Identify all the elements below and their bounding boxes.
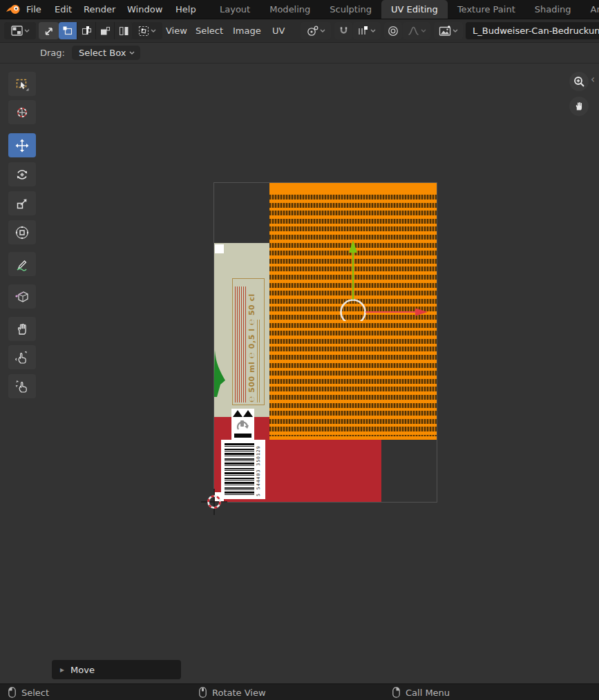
operator-panel-label: Move: [70, 665, 95, 675]
barcode-bars: [225, 443, 254, 496]
move-icon: [15, 139, 29, 153]
chevron-down-icon: [421, 29, 426, 32]
vertex-mode-button[interactable]: [59, 22, 77, 39]
status-rotate-view: Rotate View: [199, 684, 266, 700]
pan-button[interactable]: [569, 97, 589, 116]
tab-layout[interactable]: Layout: [210, 0, 260, 19]
tool-move[interactable]: [8, 133, 36, 157]
uv-editor-header: View Select Image UV: [0, 19, 599, 43]
editor-type-icon: [11, 26, 23, 36]
face-mode-button[interactable]: [96, 22, 114, 39]
menu-render[interactable]: Render: [84, 0, 115, 19]
menu-edit[interactable]: Edit: [55, 0, 72, 19]
barcode: 5 544403 350129: [221, 440, 265, 499]
tool-transform[interactable]: [8, 220, 36, 244]
scale-icon: [15, 197, 29, 211]
tool-rotate[interactable]: [8, 162, 36, 186]
falloff-curve-button[interactable]: [403, 22, 430, 39]
drag-label: Drag:: [40, 43, 65, 63]
status-rotate-view-label: Rotate View: [212, 688, 266, 698]
snap-target-button[interactable]: [353, 22, 381, 39]
falloff-curve-icon: [408, 26, 419, 36]
transform-icon: [15, 226, 29, 240]
tab-shading[interactable]: Shading: [525, 0, 581, 19]
drag-mode-value: Select Box: [79, 48, 126, 58]
pivot-point-icon: [307, 26, 318, 37]
operator-panel-move[interactable]: ▸ Move: [52, 660, 181, 679]
image-browse-button[interactable]: [434, 22, 463, 39]
menu-file[interactable]: File: [26, 0, 41, 19]
chevron-down-icon: [129, 51, 135, 55]
menu-uv[interactable]: UV: [272, 19, 285, 42]
sidebar-toggle-chevron[interactable]: ‹: [591, 73, 595, 86]
drag-mode-dropdown[interactable]: Select Box: [72, 46, 140, 60]
mouse-left-icon: [8, 687, 16, 698]
blender-logo-icon[interactable]: [5, 3, 21, 15]
barcode-digits: 5 544403 350129: [256, 443, 261, 496]
tab-sculpting[interactable]: Sculpting: [320, 0, 381, 19]
tool-grab[interactable]: [8, 317, 36, 341]
menu-view[interactable]: View: [166, 19, 187, 42]
gizmo-y-arrowhead[interactable]: [349, 240, 357, 253]
tool-pinch[interactable]: [8, 374, 36, 398]
menu-window[interactable]: Window: [127, 0, 162, 19]
tool-settings-bar: Drag: Select Box: [0, 43, 599, 64]
pan-hand-icon: [573, 101, 584, 112]
image-browse-icon: [439, 26, 451, 37]
uv-sync-select-toggle[interactable]: [39, 22, 59, 39]
topbar: File Edit Render Window Help Layout Mode…: [0, 0, 599, 19]
snap-toggle-button[interactable]: [334, 22, 352, 39]
label-white-square: [215, 244, 224, 253]
rip-region-icon: [15, 290, 30, 304]
sticky-select-button[interactable]: [132, 22, 162, 39]
annotate-icon: [15, 257, 29, 271]
tool-annotate[interactable]: [8, 252, 36, 276]
gizmo-center-circle[interactable]: [341, 300, 365, 322]
tab-texture-paint[interactable]: Texture Paint: [448, 0, 525, 19]
select-box-icon: [15, 77, 29, 91]
tool-relax[interactable]: [8, 345, 36, 369]
recycle-icon: [231, 409, 254, 440]
status-call-menu-label: Call Menu: [406, 688, 450, 698]
zoom-button[interactable]: [569, 72, 589, 91]
recycle-strip: [231, 409, 254, 440]
pivot-point-button[interactable]: [301, 22, 331, 39]
snap-magnet-icon: [339, 26, 349, 36]
uv-2d-cursor: [201, 489, 227, 515]
edge-mode-button[interactable]: [77, 22, 95, 39]
image-name-field[interactable]: L_Budweiser-Can-Bedruckung-Ma: [466, 22, 599, 39]
status-select: Select: [8, 684, 49, 700]
menu-help[interactable]: Help: [175, 0, 196, 19]
blender-window: { "topbar": { "menus": ["File", "Edit", …: [0, 0, 599, 700]
uv-editor-canvas[interactable]: ‹ ℮ 500 ml ℮ 0,5 l ℮ 50 cl: [0, 64, 599, 683]
edge-mode-icon: [81, 26, 92, 37]
menu-image[interactable]: Image: [233, 19, 261, 42]
status-select-label: Select: [21, 688, 49, 698]
uv-sync-select-icon: [44, 26, 55, 37]
rotate-icon: [15, 168, 29, 182]
snap-target-icon: [358, 26, 369, 36]
chevron-down-icon: [320, 29, 325, 32]
chevron-down-icon: [24, 29, 30, 32]
move-gizmo[interactable]: [235, 235, 435, 321]
gizmo-x-arrowhead[interactable]: [415, 309, 428, 316]
status-bar: Select Rotate View Call Menu: [0, 683, 599, 700]
zoom-icon: [573, 76, 585, 88]
mouse-middle-icon: [199, 687, 207, 698]
menu-select[interactable]: Select: [196, 19, 223, 42]
tool-rip-region[interactable]: [8, 284, 36, 309]
island-mode-button[interactable]: [115, 22, 133, 39]
editor-type-button[interactable]: [4, 22, 36, 39]
proportional-edit-button[interactable]: [384, 22, 402, 39]
tool-scale[interactable]: [8, 191, 36, 215]
tab-modeling[interactable]: Modeling: [260, 0, 320, 19]
tool-select-box[interactable]: [8, 72, 36, 96]
chevron-down-icon: [151, 29, 156, 32]
uv-select-mode-group: [59, 22, 133, 39]
tool-cursor[interactable]: [8, 100, 36, 124]
uv-image: ℮ 500 ml ℮ 0,5 l ℮ 50 cl 5 544403 35012: [214, 183, 437, 502]
tab-animation[interactable]: Animation: [581, 0, 599, 19]
sticky-select-icon: [138, 26, 149, 37]
tab-uv-editing[interactable]: UV Editing: [381, 0, 448, 19]
cursor-tool-icon: [15, 106, 29, 119]
